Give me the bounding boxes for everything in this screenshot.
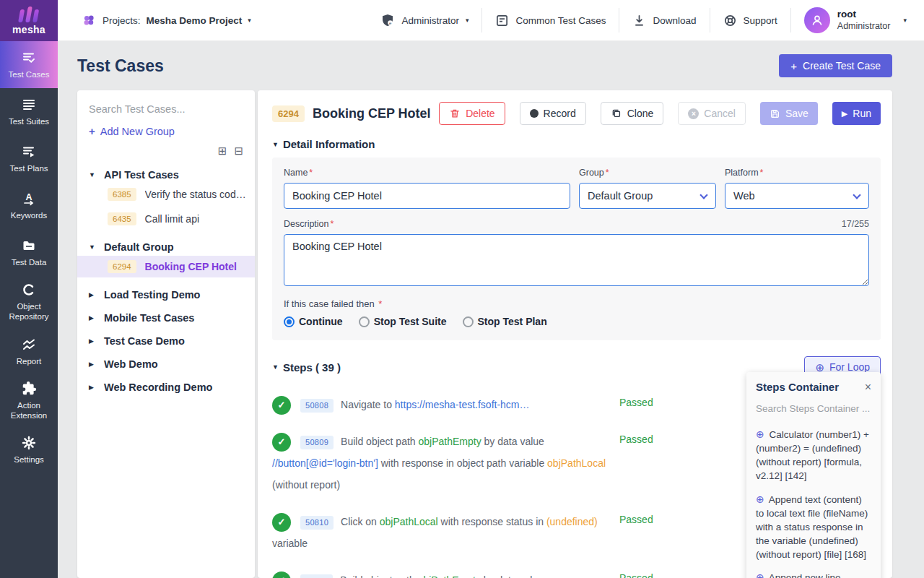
radio-stop-test-suite[interactable]: Stop Test Suite xyxy=(359,316,447,327)
tree-group-mobile-test-cases[interactable]: ▶ Mobile Test Cases xyxy=(89,312,243,324)
search-steps-container-input[interactable] xyxy=(756,403,871,414)
caret-icon: ▶ xyxy=(89,291,97,298)
sidebar-item-test-plans[interactable]: Test Plans xyxy=(0,135,58,182)
platform-select[interactable]: Web xyxy=(725,183,869,209)
content-area: + Add New Group ⊞ ⊟ ▼ API Test Cases 638… xyxy=(58,90,924,578)
tree-group-default-group[interactable]: ▼ Default Group xyxy=(89,241,243,253)
common-test-cases-menu[interactable]: Common Test Cases xyxy=(482,8,619,33)
common-test-cases-label: Common Test Cases xyxy=(515,15,606,26)
chevron-down-icon: ▾ xyxy=(466,17,469,24)
create-test-case-button[interactable]: + Create Test Case xyxy=(779,54,892,77)
step-id-badge: 50809 xyxy=(300,436,334,449)
case-header: 6294 Booking CEP Hotel Delete Record xyxy=(272,102,881,125)
caret-down-icon: ▼ xyxy=(272,363,279,371)
tree-group-load-testing-demo[interactable]: ▶ Load Testing Demo xyxy=(89,289,243,301)
radio-label: Continue xyxy=(299,316,343,327)
delete-button[interactable]: Delete xyxy=(439,102,505,125)
description-textarea[interactable]: Booking CEP Hotel xyxy=(284,234,869,286)
clone-label: Clone xyxy=(627,108,654,119)
tree-case-6435[interactable]: 6435 Call limit api xyxy=(77,208,255,230)
radio-selected-icon xyxy=(284,316,295,327)
test-case-detail-panel: 6294 Booking CEP Hotel Delete Record xyxy=(258,90,892,578)
detail-form: Name* Group* Default Group Platform* xyxy=(272,158,881,340)
sidebar-item-test-suites[interactable]: Test Suites xyxy=(0,88,58,135)
step-row-50810[interactable]: ✓50810Click on objPathLocal with respons… xyxy=(272,511,619,554)
failed-behavior-label: If this case failed then * xyxy=(284,298,869,309)
steps-container-item[interactable]: ⊕ Calculator (number1) + (number2) = (un… xyxy=(756,428,871,483)
sidebar-item-keywords[interactable]: A Keywords xyxy=(0,182,58,229)
group-select[interactable]: Default Group xyxy=(579,183,716,209)
step-result: Passed xyxy=(619,567,653,578)
page-title: Test Cases xyxy=(77,56,164,76)
sidebar-item-label: Test Cases xyxy=(9,69,50,79)
user-menu[interactable]: root Administrator ▾ xyxy=(791,7,910,33)
svg-text:A: A xyxy=(25,192,32,202)
radio-continue[interactable]: Continue xyxy=(284,316,343,327)
tree-group-web-recording-demo[interactable]: ▶ Web Recording Demo xyxy=(89,381,243,393)
step-row-50809[interactable]: ✓50809Build object path objPathEmpty by … xyxy=(272,431,619,496)
brand-logo[interactable]: mesha xyxy=(0,0,58,41)
sidebar-item-test-cases[interactable]: Test Cases xyxy=(0,41,58,88)
create-test-case-label: Create Test Case xyxy=(803,60,881,72)
steps-container-item[interactable]: ⊕ Append text (content) to local text fi… xyxy=(756,493,871,562)
sidebar-item-action-extension[interactable]: Action Extension xyxy=(0,375,58,427)
clone-icon xyxy=(611,108,622,119)
brand-name: mesha xyxy=(12,24,45,35)
test-cases-icon xyxy=(21,50,37,66)
projects-prefix: Projects: xyxy=(103,15,141,26)
tree-case-6385[interactable]: 6385 Verify the status code i... xyxy=(77,184,255,205)
name-input[interactable] xyxy=(284,183,570,209)
chevron-down-icon xyxy=(853,191,860,199)
download-icon xyxy=(632,14,646,27)
case-title: Booking CEP Hotel xyxy=(145,261,237,272)
sidebar-item-object-repository[interactable]: Object Repository xyxy=(0,276,58,328)
download-menu[interactable]: Download xyxy=(619,8,710,33)
detail-information-section-header[interactable]: ▼ Detail Information xyxy=(272,138,881,150)
report-icon xyxy=(21,337,37,353)
tree-case-6294-selected[interactable]: 6294 Booking CEP Hotel xyxy=(77,256,255,277)
save-button[interactable]: Save xyxy=(760,102,818,125)
add-new-group-button[interactable]: + Add New Group xyxy=(89,125,243,137)
sidebar-item-test-data[interactable]: Test Data xyxy=(0,229,58,276)
steps-container-item[interactable]: ⊕ Append new line (content) to local tex… xyxy=(756,571,871,578)
name-field-group: Name* xyxy=(284,168,570,209)
case-identity: 6294 Booking CEP Hotel xyxy=(272,105,431,122)
run-button[interactable]: ▶ Run xyxy=(832,102,881,125)
radio-stop-test-plan[interactable]: Stop Test Plan xyxy=(463,316,547,327)
group-name: Default Group xyxy=(104,241,174,253)
step-row-50808[interactable]: ✓50808Navigate to https://mesha-test.fso… xyxy=(272,394,619,415)
sidebar-item-report[interactable]: Report xyxy=(0,328,58,375)
collapse-all-icon[interactable]: ⊟ xyxy=(234,144,243,158)
description-label-row: Description* 17/255 xyxy=(284,219,869,229)
failed-behavior-options: Continue Stop Test Suite Stop Test Plan xyxy=(284,316,869,327)
cancel-button[interactable]: × Cancel xyxy=(678,102,746,125)
tree-group-web-demo[interactable]: ▶ Web Demo xyxy=(89,358,243,370)
topbar: Projects: Mesha Demo Project ▾ e Adminis… xyxy=(58,0,924,41)
close-icon[interactable]: × xyxy=(865,381,871,393)
steps-container-title: Steps Container xyxy=(756,381,839,393)
expand-all-icon[interactable]: ⊞ xyxy=(218,144,227,158)
tree-group-api-test-cases[interactable]: ▼ API Test Cases xyxy=(89,169,243,181)
step-passed-check-icon: ✓ xyxy=(272,571,291,578)
step-row-50811[interactable]: ✓50811Build object path objPathEmpty by … xyxy=(272,569,619,578)
record-button[interactable]: Record xyxy=(520,102,586,125)
clone-button[interactable]: Clone xyxy=(601,102,664,125)
record-label: Record xyxy=(544,108,576,119)
group-field-group: Group* Default Group xyxy=(579,168,716,209)
sidebar-item-settings[interactable]: Settings xyxy=(0,427,58,474)
support-menu[interactable]: Support xyxy=(710,8,791,33)
tree-group-test-case-demo[interactable]: ▶ Test Case Demo xyxy=(89,335,243,347)
record-dot-icon xyxy=(530,109,539,118)
document-icon xyxy=(495,14,509,27)
step-passed-check-icon: ✓ xyxy=(272,433,291,452)
sidebar-item-label: Test Suites xyxy=(9,116,49,126)
trash-icon xyxy=(449,108,461,119)
search-test-cases-input[interactable] xyxy=(89,103,233,115)
administrator-menu[interactable]: e Administrator ▾ xyxy=(367,8,482,33)
project-switcher[interactable]: Projects: Mesha Demo Project ▾ xyxy=(81,12,251,28)
main-column: Projects: Mesha Demo Project ▾ e Adminis… xyxy=(58,0,924,578)
keywords-icon: A xyxy=(21,191,37,207)
steps-toggle[interactable]: ▼ Steps ( 39 ) xyxy=(272,361,341,374)
action-extension-puzzle-icon xyxy=(21,381,37,397)
case-actions: Delete Record Clone × Cancel xyxy=(439,102,881,125)
